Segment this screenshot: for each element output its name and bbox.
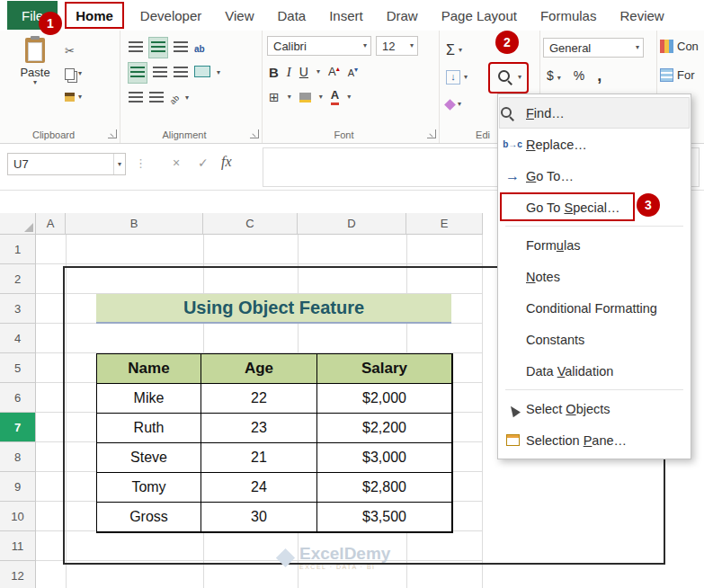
column-header-c[interactable]: C bbox=[203, 213, 298, 235]
accounting-format-button[interactable]: $ ▾ bbox=[547, 68, 561, 83]
align-top-button[interactable] bbox=[129, 40, 143, 56]
grow-font-button[interactable]: A▴ bbox=[328, 65, 340, 78]
font-color-button[interactable]: A bbox=[331, 89, 339, 104]
clear-button[interactable]: ▾ bbox=[446, 95, 461, 113]
dialog-launcher-icon[interactable] bbox=[427, 129, 436, 138]
merge-center-button[interactable] bbox=[194, 65, 210, 81]
align-middle-button[interactable] bbox=[149, 38, 167, 58]
align-left-button[interactable] bbox=[129, 63, 147, 83]
cancel-button[interactable]: × bbox=[173, 156, 180, 170]
table-cell[interactable]: $2,200 bbox=[317, 414, 452, 443]
row-header-4[interactable]: 4 bbox=[0, 324, 36, 353]
column-header-d[interactable]: D bbox=[298, 213, 406, 235]
tab-draw[interactable]: Draw bbox=[376, 2, 429, 29]
menu-item-selection-pane[interactable]: Selection Pane… bbox=[499, 424, 690, 456]
increase-indent-button[interactable] bbox=[149, 90, 164, 106]
row-header-2[interactable]: 2 bbox=[0, 264, 36, 294]
watermark-name: ExcelDemy bbox=[299, 545, 390, 562]
italic-button[interactable]: I bbox=[287, 65, 291, 80]
row-header-6[interactable]: 6 bbox=[0, 383, 36, 413]
table-cell[interactable]: Ruth bbox=[97, 414, 201, 443]
table-cell[interactable]: $3,500 bbox=[317, 503, 452, 532]
percent-style-button[interactable]: % bbox=[574, 68, 584, 83]
tab-developer[interactable]: Developer bbox=[129, 2, 212, 29]
table-cell[interactable]: Tomy bbox=[97, 473, 201, 503]
align-center-button[interactable] bbox=[153, 65, 167, 81]
comma-style-button[interactable]: , bbox=[597, 67, 602, 85]
menu-item-data-validation[interactable]: Data Validation bbox=[499, 355, 690, 387]
column-header-e[interactable]: E bbox=[406, 213, 483, 235]
format-painter-button[interactable]: ▾ bbox=[65, 88, 82, 106]
tab-view[interactable]: View bbox=[214, 2, 264, 29]
tab-review[interactable]: Review bbox=[609, 2, 674, 29]
row-header-7[interactable]: 7 bbox=[0, 413, 36, 442]
column-header-b[interactable]: B bbox=[66, 213, 203, 235]
align-right-button[interactable] bbox=[174, 65, 188, 81]
table-cell[interactable]: $2,800 bbox=[317, 473, 452, 503]
name-box[interactable]: U7▾ bbox=[7, 153, 126, 175]
dialog-launcher-icon[interactable] bbox=[108, 129, 117, 138]
table-cell[interactable]: Gross bbox=[97, 503, 201, 532]
table-cell[interactable]: $3,000 bbox=[317, 443, 452, 473]
row-header-10[interactable]: 10 bbox=[0, 502, 36, 531]
table-header-cell[interactable]: Salary bbox=[317, 354, 452, 384]
cut-button[interactable]: ✂ bbox=[65, 41, 75, 59]
select-all-corner[interactable] bbox=[0, 213, 36, 235]
dialog-launcher-icon[interactable] bbox=[250, 129, 259, 138]
wrap-text-button[interactable] bbox=[194, 40, 205, 56]
menu-item-go-to[interactable]: Go To… bbox=[499, 160, 690, 192]
menu-item-constants[interactable]: Constants bbox=[499, 324, 690, 355]
tab-formulas[interactable]: Formulas bbox=[530, 2, 608, 29]
decrease-indent-button[interactable] bbox=[129, 90, 143, 106]
column-header-a[interactable]: A bbox=[36, 213, 66, 235]
menu-item-find[interactable]: Find… bbox=[499, 97, 690, 129]
table-cell[interactable]: 30 bbox=[201, 503, 317, 532]
row-header-8[interactable]: 8 bbox=[0, 442, 36, 472]
table-header-cell[interactable]: Name bbox=[97, 354, 201, 384]
menu-item-label: Selection Pane… bbox=[526, 433, 627, 448]
orientation-button[interactable] bbox=[170, 90, 179, 106]
fill-button[interactable]: ↓▾ bbox=[446, 68, 468, 86]
row-header-1[interactable]: 1 bbox=[0, 235, 36, 264]
table-cell[interactable]: Mike bbox=[97, 384, 201, 414]
table-cell[interactable]: $2,000 bbox=[317, 384, 452, 414]
row-header-3[interactable]: 3 bbox=[0, 294, 36, 324]
fill-color-button[interactable] bbox=[299, 93, 311, 102]
format-as-table-button[interactable]: For bbox=[660, 68, 695, 82]
font-name-combo[interactable]: Calibri▾ bbox=[267, 36, 371, 56]
tab-home[interactable]: Home bbox=[65, 2, 124, 29]
row-header-9[interactable]: 9 bbox=[0, 472, 36, 502]
sigma-icon: Σ bbox=[446, 42, 455, 58]
font-size-combo[interactable]: 12▾ bbox=[376, 36, 418, 56]
copy-button[interactable]: ▾ bbox=[65, 65, 82, 83]
menu-item-conditional-formatting[interactable]: Conditional Formatting bbox=[499, 292, 690, 324]
tab-data[interactable]: Data bbox=[266, 2, 316, 29]
menu-item-notes[interactable]: Notes bbox=[499, 261, 690, 292]
underline-button[interactable]: U bbox=[299, 65, 308, 79]
number-format-combo[interactable]: General▾ bbox=[543, 38, 644, 58]
bold-button[interactable]: B bbox=[269, 65, 279, 80]
enter-button[interactable]: ✓ bbox=[198, 156, 209, 170]
table-cell[interactable]: 21 bbox=[201, 443, 317, 473]
table-header-cell[interactable]: Age bbox=[201, 354, 317, 384]
borders-button[interactable]: ⊞ bbox=[269, 91, 280, 103]
table-cell[interactable]: 22 bbox=[201, 384, 317, 414]
tab-page-layout[interactable]: Page Layout bbox=[431, 2, 528, 29]
table-cell[interactable]: Steve bbox=[97, 443, 201, 473]
table-cell[interactable]: 23 bbox=[201, 414, 317, 443]
row-header-12[interactable]: 12 bbox=[0, 561, 36, 588]
tab-insert[interactable]: Insert bbox=[318, 2, 374, 29]
menu-item-formulas[interactable]: Formulas bbox=[499, 229, 690, 261]
excel-window: FileHomeDeveloperViewDataInsertDrawPage … bbox=[0, 0, 704, 588]
insert-function-button[interactable]: fx bbox=[221, 154, 232, 170]
shrink-font-button[interactable]: A▾ bbox=[348, 66, 358, 78]
align-bottom-button[interactable] bbox=[174, 40, 188, 56]
row-header-5[interactable]: 5 bbox=[0, 353, 36, 383]
menu-item-select-objects[interactable]: Select Objects bbox=[499, 393, 690, 424]
autosum-button[interactable]: Σ▾ bbox=[446, 41, 462, 59]
row-header-11[interactable]: 11 bbox=[0, 531, 36, 561]
table-cell[interactable]: 24 bbox=[201, 473, 317, 503]
menu-item-replace[interactable]: Replace… bbox=[499, 129, 690, 160]
conditional-formatting-button[interactable]: Con bbox=[660, 40, 699, 53]
paste-button[interactable]: Paste ▾ bbox=[13, 38, 58, 86]
